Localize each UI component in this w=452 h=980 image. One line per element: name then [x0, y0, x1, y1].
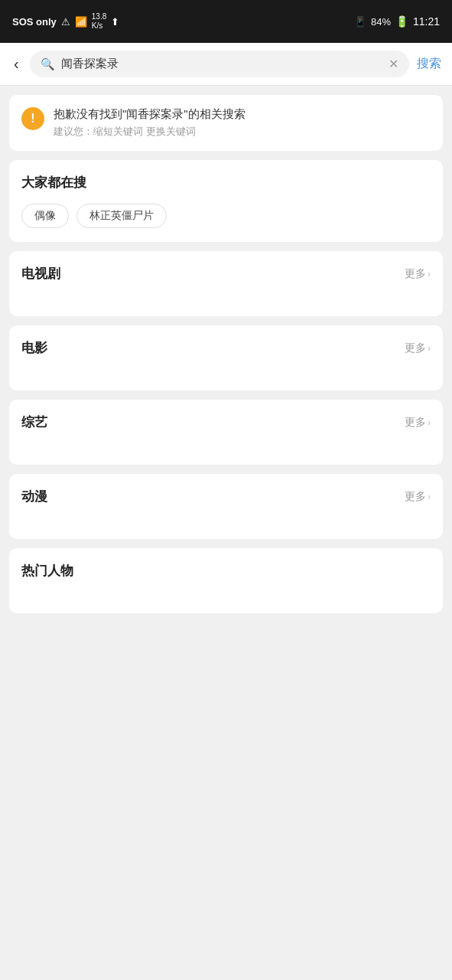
variety-section-header: 综艺 更多 › — [21, 413, 431, 431]
tv-more-button[interactable]: 更多 › — [405, 267, 431, 281]
tv-more-label: 更多 — [405, 267, 426, 281]
search-button[interactable]: 搜索 — [417, 56, 441, 72]
popular-search-header: 大家都在搜 — [21, 174, 431, 191]
status-left: SOS only ⚠ 📶 13.8K/s ⬆ — [12, 12, 119, 31]
variety-more-label: 更多 — [405, 416, 426, 430]
warning-icon: ! — [21, 107, 44, 130]
battery-percent: 84% — [371, 16, 391, 28]
tv-section: 电视剧 更多 › — [9, 251, 443, 316]
variety-section: 综艺 更多 › — [9, 400, 443, 465]
anime-more-chevron-icon: › — [428, 492, 431, 502]
speed-text: 13.8K/s — [92, 12, 106, 31]
back-button[interactable]: ‹ — [11, 52, 22, 76]
movie-section-header: 电影 更多 › — [21, 339, 431, 357]
clear-button[interactable]: ✕ — [389, 57, 398, 71]
anime-more-button[interactable]: 更多 › — [405, 490, 431, 504]
anime-section: 动漫 更多 › — [9, 474, 443, 539]
warning-title: 抱歉没有找到"闻香探案录"的相关搜索 — [54, 107, 246, 122]
upload-icon: ⬆ — [111, 16, 119, 28]
warning-banner: ! 抱歉没有找到"闻香探案录"的相关搜索 建议您：缩短关键词 更换关键词 — [9, 95, 443, 151]
warning-suggestion: 建议您：缩短关键词 更换关键词 — [54, 125, 246, 139]
phone-icon: 📱 — [354, 16, 366, 28]
search-bar-container: ‹ 🔍 闻香探案录 ✕ 搜索 — [0, 43, 452, 86]
sos-text: SOS only — [12, 16, 57, 28]
movie-more-chevron-icon: › — [428, 343, 431, 354]
battery-icon: 🔋 — [395, 15, 408, 28]
tv-section-title: 电视剧 — [21, 265, 60, 283]
tags-row: 偶像 林正英僵尸片 — [21, 204, 431, 228]
movie-section: 电影 更多 › — [9, 325, 443, 390]
tag-zombie[interactable]: 林正英僵尸片 — [76, 204, 167, 228]
warning-text: 抱歉没有找到"闻香探案录"的相关搜索 建议您：缩短关键词 更换关键词 — [54, 107, 246, 139]
status-bar: SOS only ⚠ 📶 13.8K/s ⬆ 📱 84% 🔋 11:21 — [0, 0, 452, 43]
signal-excl-icon: ⚠ — [61, 16, 70, 28]
movie-more-button[interactable]: 更多 › — [405, 341, 431, 355]
movie-section-title: 电影 — [21, 339, 47, 357]
anime-more-label: 更多 — [405, 490, 426, 504]
hot-people-title: 热门人物 — [21, 562, 73, 580]
search-input[interactable]: 闻香探案录 — [61, 57, 382, 71]
popular-search-section: 大家都在搜 偶像 林正英僵尸片 — [9, 160, 443, 242]
popular-search-title: 大家都在搜 — [21, 174, 86, 191]
movie-more-label: 更多 — [405, 341, 426, 355]
tv-section-header: 电视剧 更多 › — [21, 265, 431, 283]
anime-section-header: 动漫 更多 › — [21, 488, 431, 505]
variety-more-button[interactable]: 更多 › — [405, 416, 431, 430]
search-box: 🔍 闻香探案录 ✕ — [30, 51, 409, 77]
tv-more-chevron-icon: › — [428, 269, 431, 279]
clock-time: 11:21 — [413, 15, 440, 28]
status-right: 📱 84% 🔋 11:21 — [354, 15, 440, 28]
bottom-gray-area — [0, 613, 452, 828]
anime-section-title: 动漫 — [21, 488, 47, 505]
variety-more-chevron-icon: › — [428, 417, 431, 428]
variety-section-title: 综艺 — [21, 413, 47, 431]
search-icon: 🔍 — [41, 57, 55, 71]
wifi-icon: 📶 — [75, 16, 87, 28]
hot-people-header: 热门人物 — [21, 562, 431, 580]
hot-people-section: 热门人物 — [9, 548, 443, 613]
tag-idol[interactable]: 偶像 — [21, 204, 69, 228]
